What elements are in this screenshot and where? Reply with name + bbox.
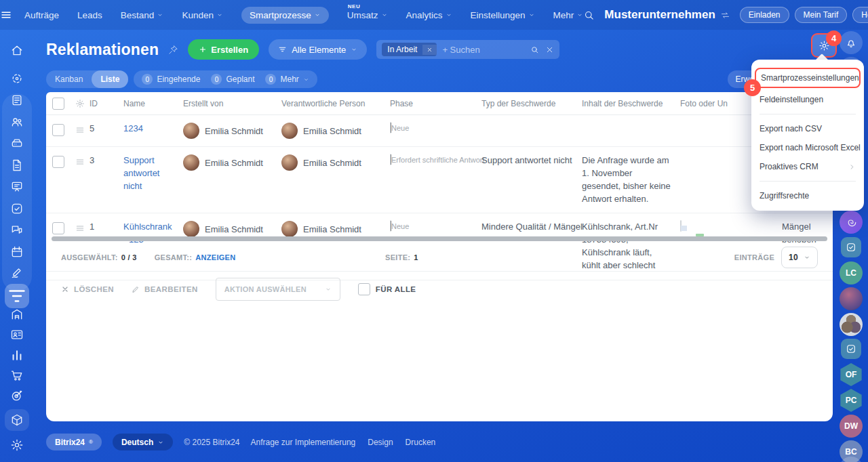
row-checkbox[interactable]: [52, 156, 64, 168]
sidebar-item-tasks-icon[interactable]: [0, 202, 34, 215]
copilot-button[interactable]: [840, 211, 863, 234]
menu-toggle-icon[interactable]: [0, 9, 12, 21]
sidebar-item-whiteboard-icon[interactable]: [0, 180, 34, 194]
sidebar-item-warehouse-icon[interactable]: [0, 308, 34, 321]
nav-item-kunden[interactable]: Kunden: [182, 10, 223, 20]
row-phase[interactable]: Erfordert schriftliche Antwort: [390, 154, 481, 165]
notifications-bell-icon[interactable]: [840, 31, 863, 54]
chat-avatar-photo[interactable]: [840, 287, 863, 310]
action-select[interactable]: AKTION AUSWÄHLEN: [216, 278, 340, 301]
nav-item-einstellungen[interactable]: Einstellungen: [471, 10, 535, 20]
column-header-typ-der-beschwerde[interactable]: Typ der Beschwerde: [481, 99, 582, 108]
clear-search-icon[interactable]: [545, 45, 554, 54]
select-all-checkbox[interactable]: [52, 98, 64, 110]
create-button[interactable]: Erstellen: [188, 39, 259, 60]
row-responsible[interactable]: Emilia Schmidt: [281, 154, 390, 171]
row-responsible[interactable]: Emilia Schmidt: [281, 123, 390, 139]
chat-avatar-dw[interactable]: DW: [840, 415, 863, 438]
checkbox[interactable]: [358, 283, 370, 295]
sidebar-item-messenger-icon[interactable]: [0, 224, 34, 237]
footer-link-anfrage-zur-implementierung[interactable]: Anfrage zur Implementierung: [251, 438, 356, 447]
row-drag-handle-icon[interactable]: [71, 221, 90, 233]
sidebar-item-calendar-icon[interactable]: [0, 245, 34, 259]
chat-avatar-lc[interactable]: LC: [840, 261, 863, 285]
nav-item-smartprozesse[interactable]: Smartprozesse: [241, 7, 329, 24]
sidebar-item-home-icon[interactable]: [0, 43, 34, 57]
grid-column-settings-icon[interactable]: [71, 99, 90, 108]
row-drag-handle-icon[interactable]: [71, 154, 90, 167]
column-header-id[interactable]: ID: [90, 99, 123, 108]
row-phase[interactable]: Neue: [390, 123, 481, 133]
view-tab-liste[interactable]: Liste: [92, 70, 128, 88]
nav-item-umsatz[interactable]: NEUUmsatz: [347, 10, 388, 20]
row-created-by[interactable]: Emilia Schmidt: [183, 123, 281, 139]
menu-item-smartprozesseinstellungen[interactable]: Smartprozesseinstellungen: [755, 68, 861, 88]
row-name-link[interactable]: Kühlschrank - 123: [123, 221, 183, 247]
counter-geplant[interactable]: 0Geplant: [211, 74, 254, 85]
row-checkbox[interactable]: [52, 124, 64, 136]
footer-link-design[interactable]: Design: [368, 438, 393, 447]
row-drag-handle-icon[interactable]: [71, 123, 90, 135]
sidebar-item-employees-icon[interactable]: [0, 115, 34, 129]
view-tab-kanban[interactable]: Kanban: [46, 70, 92, 88]
sidebar-item-marketing-icon[interactable]: [0, 389, 34, 402]
row-created-by[interactable]: Emilia Schmidt: [183, 221, 281, 237]
row-checkbox[interactable]: [52, 222, 64, 234]
helpdesk-button[interactable]: Helpdesk: [852, 7, 868, 23]
sidebar-item-feed-icon[interactable]: [0, 72, 34, 85]
column-header-inhalt-der-beschwerde[interactable]: Inhalt der Beschwerde: [582, 99, 680, 108]
filter-preset-button[interactable]: Alle Elemente: [269, 39, 367, 60]
row-name-link[interactable]: 1234: [123, 123, 183, 135]
workgroup-avatar-of[interactable]: OF: [840, 363, 863, 386]
footer-link-drucken[interactable]: Drucken: [406, 438, 436, 447]
search-icon[interactable]: [530, 45, 539, 54]
language-select[interactable]: Deutsch: [113, 434, 173, 450]
company-switcher[interactable]: Musterunternehmen: [604, 8, 730, 22]
sidebar-item-analytics-icon[interactable]: [0, 348, 34, 362]
column-header-name[interactable]: Name: [123, 99, 183, 108]
sidebar-item-crm-icon[interactable]: [5, 284, 29, 308]
sidebar-item-settings-icon[interactable]: [0, 438, 34, 452]
row-created-by[interactable]: Emilia Schmidt: [183, 154, 281, 171]
counter-eingehende[interactable]: 0Eingehende: [142, 74, 200, 85]
sidebar-item-sign-icon[interactable]: [0, 266, 34, 279]
pin-icon[interactable]: [168, 45, 178, 55]
group-chat-avatar[interactable]: [840, 313, 863, 336]
mein-tarif-button[interactable]: Mein Tarif: [795, 7, 848, 23]
counter-mehr[interactable]: 0Mehr: [265, 74, 309, 85]
filter-search-field[interactable]: In Arbeit + Suchen: [376, 40, 559, 59]
menu-item-zugriffsrechte[interactable]: Zugriffsrechte: [751, 186, 864, 205]
sidebar-item-drive-icon[interactable]: [0, 137, 34, 150]
edit-button[interactable]: BEARBEITEN: [132, 285, 198, 293]
for-all-checkbox[interactable]: FÜR ALLE: [358, 283, 416, 295]
sidebar-item-documents-icon[interactable]: [0, 159, 34, 172]
task-check-icon[interactable]: [841, 339, 861, 359]
einladen-button[interactable]: Einladen: [740, 7, 789, 23]
photo-thumbnail[interactable]: [680, 220, 682, 232]
nav-item-analytics[interactable]: Analytics: [406, 10, 452, 20]
bitrix24-badge[interactable]: Bitrix24®: [46, 434, 102, 450]
menu-item-export-nach-csv[interactable]: Export nach CSV: [751, 119, 864, 138]
sidebar-item-contact-center-icon[interactable]: [0, 328, 34, 341]
chip-remove-icon[interactable]: [422, 45, 437, 55]
show-total-link[interactable]: ANZEIGEN: [195, 253, 235, 261]
menu-item-export-nach-microsoft-excel[interactable]: Export nach Microsoft Excel: [751, 138, 864, 157]
search-icon[interactable]: [583, 9, 595, 21]
workgroup-avatar-pc[interactable]: PC: [840, 389, 863, 412]
per-page-select[interactable]: 10: [781, 247, 818, 268]
nav-item-mehr[interactable]: Mehr: [553, 10, 584, 20]
task-check-icon[interactable]: [841, 237, 861, 257]
column-header-phase[interactable]: Phase: [390, 99, 481, 108]
column-header-verantwortliche-person[interactable]: Verantwortliche Person: [281, 99, 390, 108]
menu-item-feldeinstellungen[interactable]: Feldeinstellungen: [751, 90, 864, 109]
sidebar-item-shop-icon[interactable]: [0, 369, 34, 382]
nav-item-leads[interactable]: Leads: [77, 10, 102, 20]
delete-button[interactable]: LÖSCHEN: [61, 285, 114, 293]
menu-item-proaktives-crm[interactable]: Proaktives CRM: [751, 157, 864, 176]
horizontal-scrollbar[interactable]: [52, 236, 827, 241]
row-phase[interactable]: Neue: [390, 221, 481, 231]
row-responsible[interactable]: Emilia Schmidt: [281, 221, 390, 237]
column-header-erstellt-von[interactable]: Erstellt von: [183, 99, 281, 108]
sidebar-item-news-icon[interactable]: [0, 93, 34, 107]
row-name-link[interactable]: Support antwortet nicht: [123, 154, 183, 193]
